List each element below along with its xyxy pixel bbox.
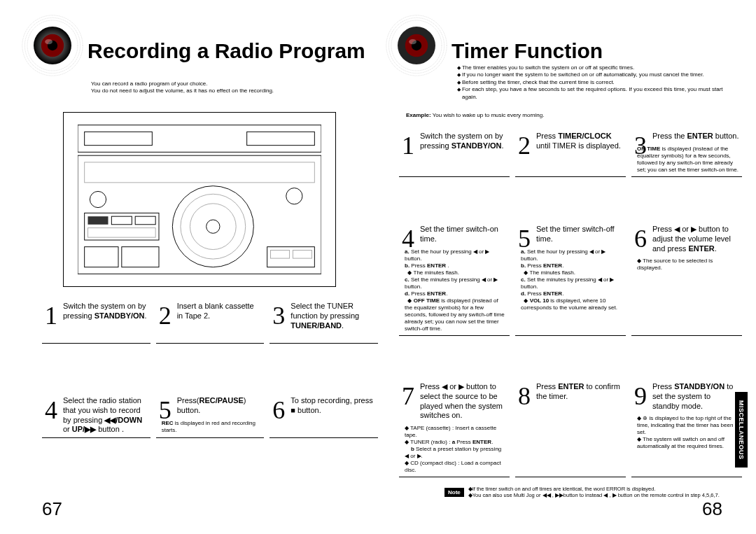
left-page: Recording a Radio Program You can record… xyxy=(21,14,371,520)
note-block: Note ◆If the timer switch on and off tim… xyxy=(444,486,720,500)
intro-text: You can record a radio program of your c… xyxy=(91,80,274,95)
right-page: Timer Function The timer enables you to … xyxy=(385,14,735,520)
step-4: 4 Select the radio station that you wish… xyxy=(42,392,150,438)
step-4: 4 Set the timer switch-on time. a. Set t… xyxy=(399,220,510,336)
svg-point-6 xyxy=(45,39,52,44)
svg-point-16 xyxy=(206,220,220,233)
step-5: 5 Set the timer switch-off time. a. Set … xyxy=(515,220,626,336)
svg-point-17 xyxy=(286,188,302,204)
svg-rect-24 xyxy=(122,247,159,267)
svg-rect-9 xyxy=(247,132,315,145)
steps-row-2: 4 Set the timer switch-on time. a. Set t… xyxy=(399,220,742,336)
step-9: 9 Press STANDBY/ON to set the system to … xyxy=(631,378,742,477)
svg-point-12 xyxy=(90,191,106,207)
step-3: 3 Press the ENTER button. ON TIME is dis… xyxy=(631,127,742,177)
speaker-graphic-icon xyxy=(385,14,448,77)
page-title: Recording a Radio Program xyxy=(88,41,365,62)
section-tab: MISCELLANEOUS xyxy=(735,392,748,468)
svg-rect-22 xyxy=(88,228,156,238)
intro-text: The timer enables you to switch the syst… xyxy=(455,64,735,101)
step-6: 6 Press ◀ or ▶ button to adjust the volu… xyxy=(631,220,742,336)
steps-row-2: 4 Select the radio station that you wish… xyxy=(42,392,378,438)
steps-row-1: 1 Switch the system on by pressing STAND… xyxy=(42,297,378,344)
steps-row-3: 7 Press ◀ or ▶ button to select the sour… xyxy=(399,378,742,477)
svg-point-13 xyxy=(172,186,253,267)
step-2: 2 Insert a blank cassette in Tape 2. xyxy=(156,297,265,344)
svg-rect-20 xyxy=(111,216,132,225)
page-number: 67 xyxy=(42,498,62,520)
page-title: Timer Function xyxy=(451,41,603,62)
step-2: 2 Press TIMER/CLOCK until TIMER is displ… xyxy=(515,127,626,177)
step-1: 1 Switch the system on by pressing STAND… xyxy=(42,297,150,344)
step-8: 8 Press ENTER to confirm the timer. xyxy=(515,378,626,477)
note-badge: Note xyxy=(444,488,464,497)
svg-rect-21 xyxy=(135,216,155,225)
svg-rect-26 xyxy=(271,251,290,259)
svg-rect-7 xyxy=(78,125,321,153)
example-text: Example: You wish to wake up to music ev… xyxy=(406,112,544,118)
page-number: 68 xyxy=(702,498,722,520)
step-3: 3 Select the TUNER function by pressing … xyxy=(270,297,378,344)
step-5: 5 Press(REC/PAUSE) button. REC is displa… xyxy=(156,392,265,438)
svg-rect-8 xyxy=(85,132,153,145)
step-6: 6 To stop recording, press ■ button. xyxy=(270,392,378,438)
steps-row-1: 1 Switch the system on by pressing STAND… xyxy=(399,127,742,177)
svg-point-34 xyxy=(409,39,416,44)
device-illustration xyxy=(63,112,336,287)
step-1: 1 Switch the system on by pressing STAND… xyxy=(399,127,510,177)
step-7: 7 Press ◀ or ▶ button to select the sour… xyxy=(399,378,510,477)
svg-rect-27 xyxy=(293,251,312,259)
svg-rect-23 xyxy=(85,247,118,267)
svg-rect-11 xyxy=(85,162,315,183)
speaker-graphic-icon xyxy=(21,14,84,77)
svg-rect-19 xyxy=(88,216,108,225)
svg-point-15 xyxy=(190,204,236,250)
